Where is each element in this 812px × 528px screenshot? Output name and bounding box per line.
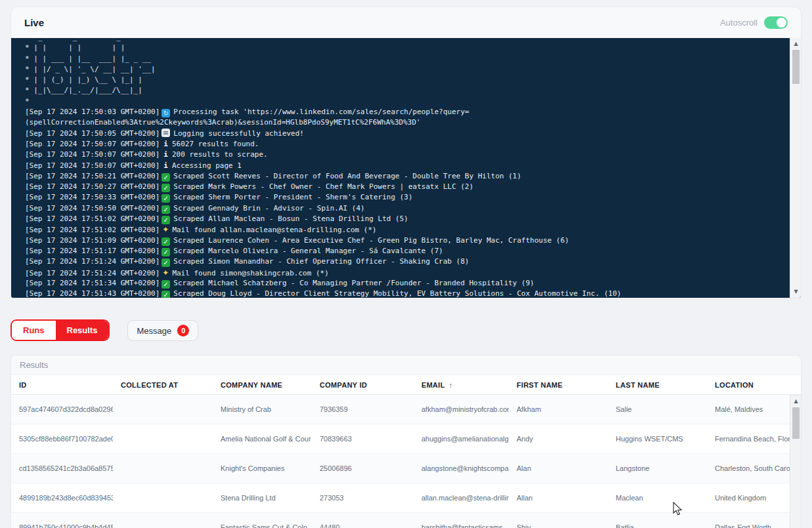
- table-scrollbar[interactable]: ▲: [790, 395, 801, 528]
- sort-ascending-icon: ↑: [449, 381, 453, 389]
- column-header-collected-at[interactable]: COLLECTED AT: [113, 381, 213, 389]
- check-icon: ✓: [161, 291, 170, 298]
- log-line: [Sep 17 2024 17:50:07 GMT+0200]i56027 re…: [25, 139, 785, 150]
- terminal-scroll-thumb[interactable]: [792, 50, 800, 84]
- log-text: Scraped Simon Manandhar - Chief Operatin…: [173, 257, 469, 266]
- tab-results[interactable]: Results: [56, 321, 109, 340]
- column-header-company-id[interactable]: COMPANY ID: [312, 381, 414, 389]
- chat-bubble-icon: [161, 129, 170, 137]
- column-header-first-name[interactable]: FIRST NAME: [509, 381, 608, 389]
- autoscroll-toggle[interactable]: [764, 16, 788, 29]
- column-header-company-name[interactable]: COMPANY NAME: [213, 381, 312, 389]
- log-text: Logging successfully achieved!: [173, 129, 304, 138]
- log-timestamp: [Sep 17 2024 17:51:02 GMT+0200]: [25, 214, 160, 223]
- table-cell: 273053: [312, 494, 414, 502]
- info-icon: i: [163, 150, 168, 160]
- ascii-art-line: * | | ___ | |__ ___| |_ _ __: [25, 54, 785, 64]
- table-cell: Charleston, South Carolina: [707, 464, 801, 472]
- table-cell: afkham@ministryofcrab.com: [414, 405, 509, 413]
- log-text: Scraped Allan Maclean - Bosun - Stena Dr…: [173, 214, 408, 223]
- table-row[interactable]: 89941b750c41000c9b4b4d45cFantastic Sams …: [11, 513, 801, 528]
- log-timestamp: [Sep 17 2024 17:50:07 GMT+0200]: [25, 150, 160, 159]
- table-cell: Stena Drilling Ltd: [213, 494, 312, 502]
- scroll-up-icon[interactable]: ▲: [790, 397, 801, 406]
- log-timestamp: [Sep 17 2024 17:50:27 GMT+0200]: [25, 182, 160, 191]
- table-header-row: IDCOLLECTED ATCOMPANY NAMECOMPANY IDEMAI…: [11, 375, 801, 395]
- log-timestamp: [Sep 17 2024 17:51:24 GMT+0200]: [25, 257, 160, 266]
- check-icon: ✓: [161, 184, 170, 192]
- log-timestamp: [Sep 17 2024 17:50:50 GMT+0200]: [25, 204, 160, 213]
- table-cell: Langstone: [608, 464, 707, 472]
- log-text: Processing task 'https://www.linkedin.co…: [173, 108, 469, 116]
- log-text: Scraped Michael Schatzberg - Co Managing…: [173, 279, 534, 287]
- table-cell: alangstone@knightscompan: [414, 464, 509, 472]
- column-header-id[interactable]: ID: [11, 381, 113, 389]
- log-line: [Sep 17 2024 17:51:02 GMT+0200]✓Scraped …: [25, 214, 785, 224]
- live-header: Live Autoscroll: [11, 7, 801, 38]
- table-cell: cd1358565241c2b3a06a85759: [11, 464, 113, 472]
- table-row[interactable]: 5305cf88ebb86f7100782ade0cAmelia Nationa…: [11, 424, 801, 454]
- table-cell: Malé, Maldives: [707, 405, 801, 413]
- tabs-row: Runs Results Message 0: [11, 319, 198, 341]
- table-cell: 44480: [312, 523, 414, 528]
- log-timestamp: [Sep 17 2024 17:51:17 GMT+0200]: [25, 247, 160, 255]
- log-line: [Sep 17 2024 17:50:07 GMT+0200]i200 resu…: [25, 150, 785, 160]
- check-icon: ✓: [161, 237, 170, 246]
- log-timestamp: [Sep 17 2024 17:51:02 GMT+0200]: [25, 226, 160, 234]
- table-cell: Huggins WSET/CMS: [608, 435, 707, 443]
- check-icon: ✓: [161, 194, 170, 203]
- table-cell: Allan: [509, 494, 608, 502]
- log-timestamp: [Sep 17 2024 17:50:07 GMT+0200]: [25, 140, 160, 148]
- processing-icon: ↻: [161, 109, 170, 117]
- log-line: [Sep 17 2024 17:51:09 GMT+0200]✓Scraped …: [25, 235, 785, 246]
- terminal-scrollbar[interactable]: ▲ ▼: [790, 38, 801, 298]
- log-text: Scraped Marcelo Oliveira - General Manag…: [173, 247, 443, 255]
- log-line: [Sep 17 2024 17:50:05 GMT+0200]Logging s…: [25, 129, 785, 139]
- table-cell: Fernandina Beach, Florida,: [707, 435, 801, 443]
- log-line: [Sep 17 2024 17:50:03 GMT+0200]↻Processi…: [25, 107, 785, 117]
- table-cell: Maclean: [608, 494, 707, 502]
- log-timestamp: [Sep 17 2024 17:51:09 GMT+0200]: [25, 236, 160, 245]
- table-cell: Batlia: [608, 523, 707, 528]
- table-row[interactable]: 597ac474607d322dcd8a02960Ministry of Cra…: [11, 395, 801, 424]
- log-line: [Sep 17 2024 17:51:43 GMT+0200]✓Scraped …: [25, 289, 785, 298]
- check-icon: ✓: [161, 216, 170, 224]
- log-text: Scraped Gennady Brin - Advisor - Spin.AI…: [173, 204, 364, 213]
- column-header-email[interactable]: EMAIL↑: [414, 381, 509, 389]
- log-line: [Sep 17 2024 17:50:21 GMT+0200]✓Scraped …: [25, 171, 785, 182]
- info-icon: i: [163, 139, 168, 150]
- table-cell: Ministry of Crab: [213, 405, 312, 413]
- tab-runs[interactable]: Runs: [12, 321, 56, 340]
- log-line: [Sep 17 2024 17:51:17 GMT+0200]✓Scraped …: [25, 246, 785, 256]
- log-line: [Sep 17 2024 17:50:50 GMT+0200]✓Scraped …: [25, 203, 785, 214]
- column-header-last-name[interactable]: LAST NAME: [608, 381, 707, 389]
- check-icon: ✓: [161, 248, 170, 256]
- table-cell: allan.maclean@stena-drilling: [414, 494, 509, 502]
- log-timestamp: [Sep 17 2024 17:51:43 GMT+0200]: [25, 289, 160, 298]
- scroll-up-icon[interactable]: ▲: [790, 39, 801, 49]
- table-row[interactable]: cd1358565241c2b3a06a85759Knight's Compan…: [11, 454, 801, 483]
- table-cell: 5305cf88ebb86f7100782ade0c: [11, 435, 113, 443]
- log-timestamp: [Sep 17 2024 17:51:34 GMT+0200]: [25, 279, 160, 287]
- log-text: Mail found allan.maclean@stena-drilling.…: [172, 226, 376, 234]
- table-scroll-thumb[interactable]: [792, 407, 800, 439]
- table-cell: 7936359: [312, 405, 414, 413]
- scroll-down-icon[interactable]: ▼: [790, 287, 801, 296]
- terminal-log[interactable]: * _ _ _* | | | | | |* | | ___ | |__ ___|…: [11, 38, 801, 298]
- log-text: Accessing page 1: [172, 161, 242, 170]
- log-text: Scraped Mark Powers - Chef Owner - Chef …: [173, 182, 473, 191]
- ascii-art-line: * | | (_) | |_) \__ \ |_| |: [25, 75, 785, 85]
- sparkle-icon: ✦: [162, 268, 169, 278]
- log-line: (spellCorrectionEnabled%3Atrue%2Ckeyword…: [25, 117, 785, 128]
- table-cell: 4899189b243d8ec60d8394536: [11, 494, 113, 502]
- log-text: Scraped Laurence Cohen - Area Executive …: [173, 236, 569, 245]
- ascii-art-line: *: [25, 96, 785, 107]
- ascii-art-line: * |_|\___/|_.__/|___/\__|_|: [25, 85, 785, 96]
- message-button[interactable]: Message 0: [127, 320, 198, 341]
- column-header-location[interactable]: LOCATION: [707, 381, 801, 389]
- table-row[interactable]: 4899189b243d8ec60d8394536Stena Drilling …: [11, 483, 801, 513]
- table-cell: Alan: [509, 464, 608, 472]
- table-cell: 70839663: [312, 435, 414, 443]
- log-line: [Sep 17 2024 17:50:33 GMT+0200]✓Scraped …: [25, 192, 785, 203]
- log-line: [Sep 17 2024 17:51:34 GMT+0200]✓Scraped …: [25, 278, 785, 289]
